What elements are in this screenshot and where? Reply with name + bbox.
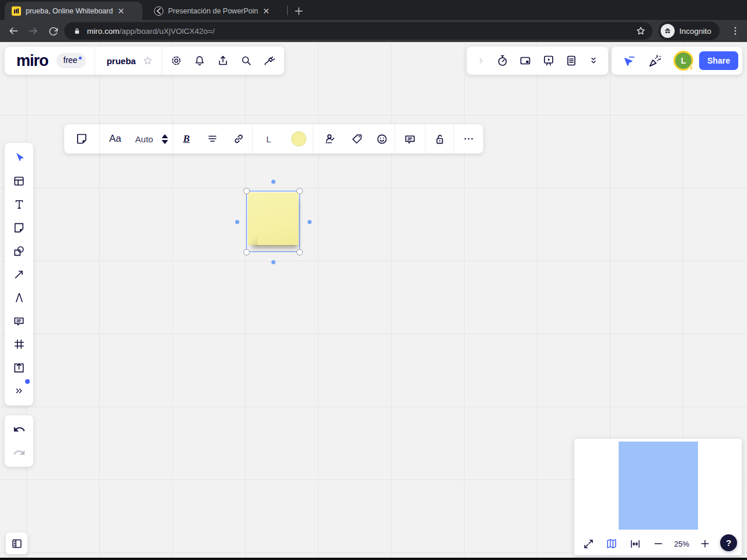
favorite-board-button[interactable] [136,49,159,72]
app-header-tools [467,47,608,75]
frames-panel-toggle[interactable] [6,533,27,554]
comment-button[interactable] [395,124,425,153]
stepper-up-icon [162,134,168,138]
avatar[interactable]: L [673,51,693,71]
tab-close-icon[interactable]: ✕ [117,7,124,15]
frame-tool[interactable] [8,332,31,356]
presentation-button[interactable] [542,54,556,68]
new-tab-button[interactable] [291,3,307,19]
tag-icon [350,132,364,146]
apps-button[interactable] [258,49,281,72]
window-bottom-edge [0,558,747,560]
resize-handle-ne[interactable] [296,188,303,194]
shapes-tool[interactable] [8,239,31,262]
connector-tool[interactable] [8,262,31,286]
bookmark-star-button[interactable] [635,25,647,37]
notes-button[interactable] [564,54,578,68]
templates-tool[interactable] [8,169,31,192]
video-chat-button[interactable] [518,54,532,68]
emoji-button[interactable] [369,124,395,153]
link-button[interactable] [225,124,252,153]
back-arrow-icon [8,25,19,37]
more-tools-button[interactable] [8,379,31,402]
timer-button[interactable] [495,54,509,68]
presentation-icon [542,54,556,68]
expand-minimap-button[interactable] [577,532,600,555]
redo-button[interactable] [8,443,31,463]
select-tool[interactable] [8,146,31,169]
zoom-in-button[interactable] [693,532,717,555]
star-icon [142,55,153,66]
plan-new-dot [79,57,82,60]
tab-title: Presentación de PowerPoin [168,7,258,15]
reload-button[interactable] [43,22,63,40]
more-options-button[interactable] [454,124,483,153]
share-button[interactable]: Share [699,51,738,70]
align-button[interactable] [200,124,225,153]
font-size-value[interactable]: Auto [131,124,158,153]
size-button[interactable]: L [253,124,285,153]
connector-dot-bottom[interactable] [271,260,275,264]
zoom-in-icon [699,538,711,550]
reactions-button[interactable] [642,48,668,74]
address-bar[interactable]: miro.com/app/board/uXjVOlCX42o=/ [64,22,652,40]
tab-close-icon[interactable]: ✕ [263,7,270,15]
lock-button[interactable] [425,124,454,153]
collapse-panel-button[interactable] [476,55,486,66]
star-icon [635,25,647,37]
search-icon [240,54,253,67]
url-host: miro.com [87,27,120,36]
connector-dot-top[interactable] [271,180,275,184]
unlock-icon [433,132,446,146]
comment-icon [12,314,26,328]
assign-button[interactable] [316,124,345,153]
forward-button[interactable] [23,22,43,40]
search-button[interactable] [235,49,258,72]
timer-icon [495,54,509,68]
sticky-note-type-button[interactable] [64,124,99,153]
board-title[interactable]: prueba [107,56,136,66]
upload-tool[interactable] [8,356,31,379]
font-size-stepper[interactable] [158,124,173,153]
resize-handle-sw[interactable] [243,249,250,256]
connector-dot-right[interactable] [308,220,312,224]
sticky-note-icon [12,221,26,235]
redo-icon [13,446,26,459]
undo-button[interactable] [8,419,31,439]
text-tool[interactable] [8,192,31,216]
align-icon [206,132,219,145]
color-picker-button[interactable] [285,124,313,153]
tag-button[interactable] [345,124,369,153]
font-style-button[interactable]: Aa [100,124,131,153]
back-button[interactable] [4,22,23,40]
notifications-button[interactable] [188,49,211,72]
undo-icon [13,423,26,436]
browser-menu-button[interactable] [727,22,743,40]
resize-handle-nw[interactable] [243,188,250,194]
export-icon [217,54,229,67]
bold-button[interactable]: B [173,124,200,153]
plan-badge[interactable]: free [57,53,86,68]
connector-dot-left[interactable] [235,220,239,224]
sticky-note-tool[interactable] [8,216,31,239]
browser-toolbar: miro.com/app/board/uXjVOlCX42o=/ Incogni… [0,20,747,42]
browser-tab-powerpoint[interactable]: Presentación de PowerPoin ✕ [147,2,281,20]
miro-logo[interactable]: miro [16,52,48,70]
help-button[interactable]: ? [720,534,737,551]
zoom-out-button[interactable] [647,532,670,555]
browser-tab-miro[interactable]: prueba, Online Whiteboard ✕ [5,2,142,20]
follow-cursors-button[interactable] [616,48,642,74]
resize-handle-se[interactable] [296,249,303,256]
lightning-badge-icon [687,64,696,73]
map-mode-button[interactable] [600,532,623,555]
fit-to-screen-button[interactable] [623,532,647,555]
more-header-tools-button[interactable] [588,55,599,66]
pen-tool[interactable] [8,286,31,309]
double-chevron-down-icon [588,55,599,66]
export-button[interactable] [211,49,235,72]
board-settings-button[interactable] [165,49,188,72]
zoom-level[interactable]: 25% [670,540,693,548]
minimap-viewport[interactable] [619,442,698,530]
sticky-note[interactable] [248,192,298,245]
comment-tool[interactable] [8,309,31,332]
